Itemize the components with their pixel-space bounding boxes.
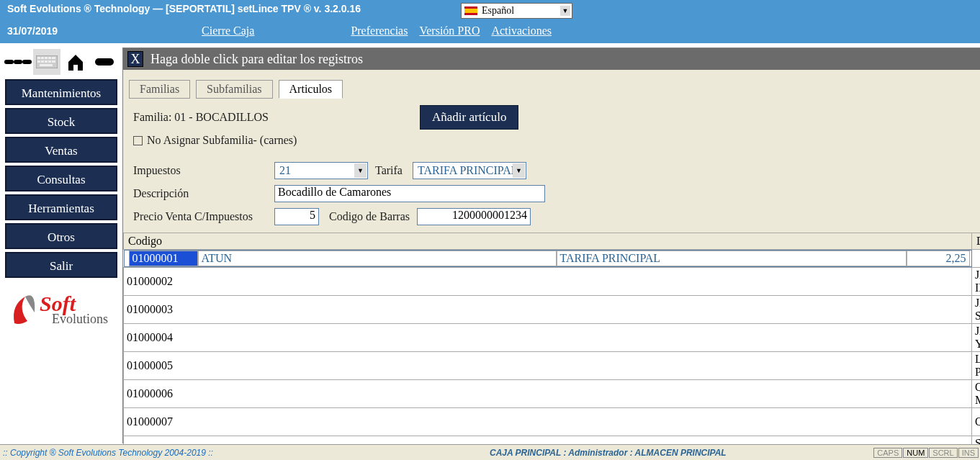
familia-label: Familia: 01 - BOCADILLOS (133, 111, 269, 124)
cell-descripcion[interactable]: JAMON YORK (972, 324, 981, 352)
flag-es-icon (464, 6, 477, 15)
instruction-text: Haga doble click para editar los registr… (150, 52, 363, 67)
add-article-button[interactable]: Añadir artículo (420, 105, 518, 130)
nav-mantenimientos[interactable]: Mantenimientos (5, 79, 117, 105)
tarifa-label: Tarifa (375, 164, 403, 177)
nav-consultas[interactable]: Consultas (5, 166, 117, 191)
cell-codigo[interactable]: 01000002 (124, 268, 972, 296)
status-bar: :: Copyright ® Soft Evolutions Technolog… (0, 444, 980, 460)
cell-tarifa[interactable]: TARIFA PRINCIPAL (557, 251, 907, 266)
chevron-down-icon: ▼ (560, 6, 570, 16)
header-bar: Soft Evolutions ® Technology — [SEPORTAT… (0, 0, 980, 43)
precio-label: Precio Venta C/Impuestos (133, 210, 274, 223)
link-preferencias[interactable]: Preferencias (351, 24, 408, 37)
nav-salir[interactable]: Salir (5, 252, 117, 278)
link-cierre-caja[interactable]: Cierre Caja (202, 24, 254, 37)
svg-rect-6 (37, 60, 40, 63)
link-version-pro[interactable]: Versión PRO (419, 24, 480, 37)
nav-otros[interactable]: Otros (5, 223, 117, 249)
sidebar: Mantenimientos Stock Ventas Consultas He… (0, 43, 122, 443)
descripcion-input[interactable]: Bocadillo de Camarones (274, 185, 545, 202)
menu-icon[interactable] (4, 49, 32, 75)
caps-indicator: CAPS (873, 448, 902, 458)
cell-codigo[interactable]: 01000006 (124, 380, 972, 408)
table-row[interactable]: 01000005LOMO PLANCHATARIFA PRINCIPAL55,5 (124, 352, 981, 380)
current-date: 31/07/2019 (7, 25, 58, 37)
main-panel: X Haga doble click para editar los regis… (122, 48, 980, 443)
num-indicator: NUM (903, 448, 928, 458)
cell-precio[interactable]: 2,25 (907, 251, 970, 266)
descripcion-label: Descripción (133, 187, 274, 200)
tab-articulos[interactable]: Articulos (279, 80, 343, 99)
tab-familias[interactable]: Familias (129, 80, 190, 99)
svg-rect-8 (45, 60, 48, 63)
cell-codigo[interactable]: 01000004 (124, 324, 972, 352)
nav-stock[interactable]: Stock (5, 108, 117, 134)
cell-descripcion[interactable]: QUESO MANCHEGO (972, 380, 981, 408)
close-panel-icon[interactable]: X (127, 51, 143, 67)
home-icon[interactable] (62, 49, 89, 75)
svg-rect-10 (52, 60, 55, 63)
barcode-label: Codigo de Barras (329, 210, 410, 223)
table-row[interactable]: 01000001ATUNTARIFA PRINCIPAL2,25 (124, 250, 972, 267)
tab-subfamilias[interactable]: Subfamilias (196, 80, 272, 99)
tarifa-value: TARIFA PRINCIPAL (418, 164, 518, 177)
table-row[interactable]: 01000007QUESOTARIFA PRINCIPAL2,05 (124, 408, 981, 436)
keyboard-icon[interactable] (33, 49, 60, 75)
table-row[interactable]: 01000002JAMON IBERICOTARIFA PRINCIPAL3,1 (124, 268, 981, 296)
articles-grid-wrap: Codigo Descripcion Tarifa Precio 0100000… (123, 233, 980, 460)
cell-descripcion[interactable]: QUESO (972, 408, 981, 436)
impuestos-label: Impuestos (133, 164, 274, 177)
svg-rect-3 (45, 57, 48, 59)
col-codigo[interactable]: Codigo (124, 233, 972, 250)
chevron-down-icon: ▼ (354, 163, 367, 178)
ins-indicator: INS (958, 448, 979, 458)
svg-text:Evolutions: Evolutions (52, 312, 108, 326)
minimize-icon[interactable] (91, 49, 118, 75)
nav-ventas[interactable]: Ventas (5, 137, 117, 163)
cell-codigo[interactable]: 01000003 (124, 296, 972, 324)
impuestos-value: 21 (279, 164, 291, 177)
cell-codigo[interactable]: 01000005 (124, 352, 972, 380)
cell-codigo[interactable]: 01000007 (124, 408, 972, 436)
barcode-input[interactable]: 1200000001234 (417, 208, 531, 225)
svg-rect-11 (40, 64, 53, 66)
svg-rect-9 (48, 60, 51, 63)
svg-rect-4 (48, 57, 51, 59)
nav-herramientas[interactable]: Herramientas (5, 194, 117, 220)
copyright-text: :: Copyright ® Soft Evolutions Technolog… (0, 448, 490, 458)
impuestos-select[interactable]: 21 ▼ (274, 162, 368, 179)
article-form: Familia: 01 - BOCADILLOS Añadir artículo… (123, 99, 980, 233)
language-selector[interactable]: Español ▼ (461, 3, 572, 19)
chevron-down-icon: ▼ (513, 163, 525, 178)
precio-input[interactable]: 5 (274, 208, 319, 225)
scrl-indicator: SCRL (929, 448, 957, 458)
table-row[interactable]: 01000003JAMON SERRANOTARIFA PRINCIPAL2,1… (124, 296, 981, 324)
cell-descripcion[interactable]: ATUN (198, 251, 557, 266)
caja-status: CAJA PRINCIPAL : Administrador : ALMACEN… (490, 448, 873, 458)
table-row[interactable]: 01000004JAMON YORKTARIFA PRINCIPAL3 (124, 324, 981, 352)
tab-bar: Familias Subfamilias Articulos (123, 70, 980, 99)
tarifa-select[interactable]: TARIFA PRINCIPAL ▼ (413, 162, 526, 179)
cell-descripcion[interactable]: JAMON SERRANO (972, 296, 981, 324)
link-activaciones[interactable]: Activaciones (491, 24, 552, 37)
svg-rect-5 (52, 57, 55, 59)
no-asignar-checkbox[interactable] (133, 136, 143, 145)
svg-rect-2 (41, 57, 44, 59)
cell-descripcion[interactable]: LOMO PLANCHA (972, 352, 981, 380)
language-value: Español (482, 5, 514, 17)
svg-rect-1 (37, 57, 40, 59)
instruction-bar: X Haga doble click para editar los regis… (123, 48, 980, 70)
cell-descripcion[interactable]: JAMON IBERICO (972, 268, 981, 296)
svg-rect-7 (41, 60, 44, 63)
col-descripcion[interactable]: Descripcion (972, 233, 981, 250)
brand-logo: Soft Evolutions (4, 284, 118, 337)
cell-codigo[interactable]: 01000001 (129, 251, 198, 266)
no-asignar-label: No Asignar Subfamilia- (carnes) (147, 134, 297, 147)
table-row[interactable]: 01000006QUESO MANCHEGOTARIFA PRINCIPAL2,… (124, 380, 981, 408)
articles-grid[interactable]: Codigo Descripcion Tarifa Precio 0100000… (123, 233, 980, 460)
